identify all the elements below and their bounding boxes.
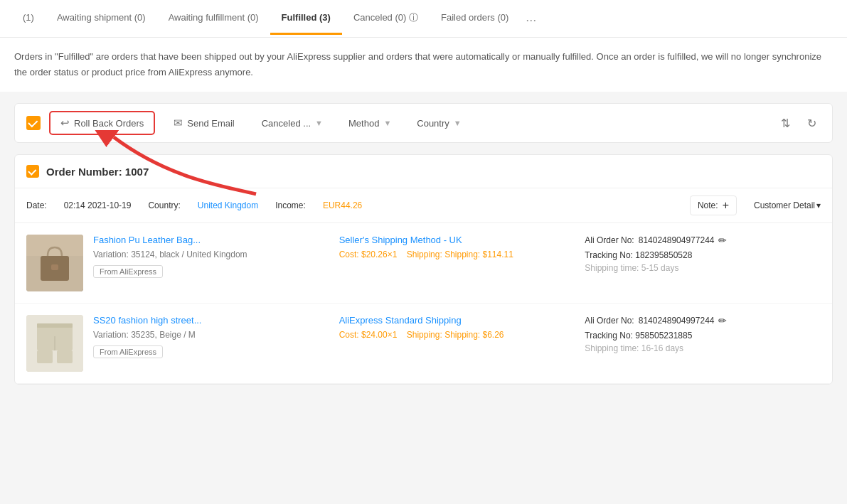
product-name[interactable]: Fashion Pu Leather Bag... [93,235,329,245]
svg-rect-8 [37,350,53,363]
country-value: United Kingdom [198,200,258,210]
tabs-bar: (1) Awaiting shipment (0) Awaiting fulfi… [0,0,847,38]
tab-canceled[interactable]: Canceled (0) ⓘ [342,1,430,36]
order-number: Order Number: 1007 [46,166,149,178]
tab-awaiting-shipment[interactable]: Awaiting shipment (0) [46,2,157,35]
ali-order-no: Ali Order No: 8140248904977244 ✏ [585,235,821,246]
product-info: Fashion Pu Leather Bag... Variation: 351… [93,235,329,278]
rollback-icon: ↩ [60,117,70,129]
svg-rect-3 [51,264,58,270]
order-header: Order Number: 1007 [15,155,832,188]
sort-button[interactable]: ⇅ [777,114,794,133]
refresh-button[interactable]: ↻ [803,114,821,133]
chevron-down-icon: ▼ [383,119,391,127]
edit-icon[interactable]: ✏ [718,235,727,246]
from-aliexpress-badge: From AliExpress [93,265,163,278]
shipping-price: Shipping: Shipping: $114.11 [407,250,513,259]
rollback-orders-button[interactable]: ↩ Roll Back Orders [49,111,155,135]
product-info: SS20 fashion high street... Variation: 3… [93,315,329,358]
tab-awaiting-fulfillment[interactable]: Awaiting fulfillment (0) [157,2,270,35]
info-box: Orders in "Fulfilled" are orders that ha… [0,38,847,92]
ship-time: Shipping time: 5-15 days [585,263,821,273]
order-checkbox[interactable] [26,165,39,178]
tab-partial[interactable]: (1) [11,2,46,35]
income-label: Income: [275,200,306,210]
tab-fulfilled[interactable]: Fulfilled (3) [270,2,342,35]
ali-order-no: Ali Order No: 8140248904997244 ✏ [585,315,821,326]
email-icon: ✉ [174,117,183,129]
product-variation: Variation: 35124, black / United Kingdom [93,250,329,259]
svg-rect-10 [37,323,73,328]
shipping-info: Seller's Shipping Method - UK Cost: $20.… [339,235,575,262]
select-all-checkbox[interactable] [26,116,41,130]
content-area: ↩ Roll Back Orders ✉ Send Email Canceled… [0,92,847,407]
date-label: Date: [26,200,47,210]
date-value: 02:14 2021-10-19 [64,200,132,210]
product-image [26,235,83,291]
method-dropdown[interactable]: Method ▼ [340,114,400,133]
ship-time: Shipping time: 16-16 days [585,343,821,353]
product-variation: Variation: 35235, Beige / M [93,330,329,340]
from-aliexpress-badge: From AliExpress [93,345,163,358]
product-name[interactable]: SS20 fashion high street... [93,315,329,326]
shipping-price: Shipping: Shipping: $6.26 [407,330,504,340]
chevron-down-icon: ▾ [816,200,821,210]
product-row: SS20 fashion high street... Variation: 3… [15,304,832,384]
shipping-method: Seller's Shipping Method - UK [339,235,575,245]
edit-icon[interactable]: ✏ [718,315,727,326]
tracking-no: Tracking No: 182395850528 [585,250,821,260]
country-dropdown[interactable]: Country ▼ [408,114,469,133]
shipping-info: AliExpress Standard Shipping Cost: $24.0… [339,315,575,343]
order-card: Order Number: 1007 Date: 02:14 2021-10-1… [14,154,833,385]
svg-rect-9 [57,350,73,363]
order-details: Ali Order No: 8140248904977244 ✏ Trackin… [585,235,821,273]
annotation-wrapper: ↩ Roll Back Orders ✉ Send Email Canceled… [14,103,833,143]
shipping-method: AliExpress Standard Shipping [339,315,575,326]
note-plus-icon[interactable]: + [723,199,729,212]
income-value: EUR44.26 [323,200,362,210]
shipping-cost: Cost: $20.26×1 Shipping: Shipping: $114.… [339,250,575,259]
product-image [26,315,83,372]
tab-more[interactable]: ... [520,0,542,37]
chevron-down-icon: ▼ [315,119,323,127]
svg-rect-4 [26,235,83,256]
order-meta: Date: 02:14 2021-10-19 Country: United K… [15,188,832,223]
order-details: Ali Order No: 8140248904997244 ✏ Trackin… [585,315,821,353]
chevron-down-icon: ▼ [454,119,462,127]
send-email-button[interactable]: ✉ Send Email [164,112,244,134]
tab-failed-orders[interactable]: Failed orders (0) [430,2,520,35]
shipping-cost: Cost: $24.00×1 Shipping: Shipping: $6.26 [339,330,575,340]
tracking-no: Tracking No: 958505231885 [585,331,821,341]
note-field[interactable]: Note: + [690,195,737,215]
product-row: Fashion Pu Leather Bag... Variation: 351… [15,223,832,304]
country-label: Country: [148,200,180,210]
canceled-dropdown[interactable]: Canceled ... ▼ [253,114,331,133]
customer-detail-button[interactable]: Customer Detail ▾ [754,200,821,210]
toolbar: ↩ Roll Back Orders ✉ Send Email Canceled… [14,103,833,143]
